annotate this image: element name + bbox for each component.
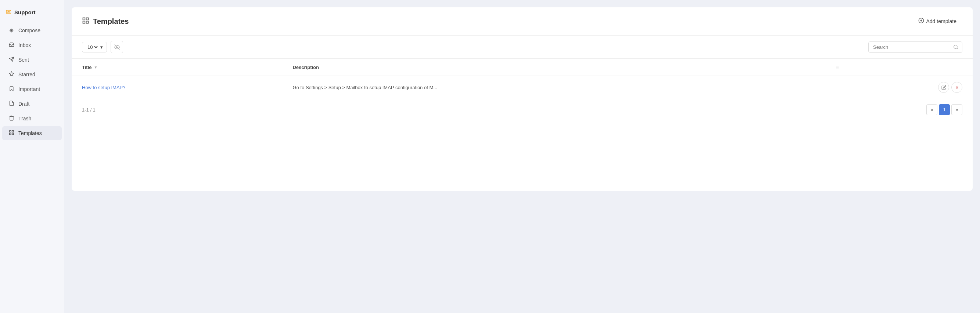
draft-icon [8, 101, 15, 107]
sidebar-item-label: Compose [18, 27, 40, 33]
search-input[interactable] [869, 42, 950, 52]
sidebar-item-draft[interactable]: Draft [2, 97, 62, 111]
sidebar-item-label: Sent [18, 57, 29, 63]
toolbar-left: 10 25 50 ▾ [82, 41, 123, 53]
page-title-row: Templates [82, 17, 129, 26]
page-title: Templates [93, 17, 129, 26]
page-1-button[interactable]: 1 [939, 104, 950, 115]
bookmark-icon [8, 86, 15, 92]
svg-point-15 [954, 45, 957, 49]
svg-marker-2 [9, 71, 14, 76]
cell-description: Go to Settings > Setup > Mailbox to setu… [282, 76, 825, 99]
column-header-title[interactable]: Title ▼ [72, 59, 282, 76]
column-header-actions: ≡ [825, 59, 973, 76]
sidebar-item-inbox[interactable]: Inbox [2, 38, 62, 52]
hide-columns-button[interactable] [111, 41, 123, 53]
templates-icon [8, 130, 15, 136]
page-title-icon [82, 17, 89, 26]
templates-table: Title ▼ Description ≡ How to setup IMAP [72, 59, 973, 99]
sidebar-item-label: Starred [18, 71, 35, 77]
brand-label: Support [14, 9, 36, 16]
sort-arrow-icon: ▼ [94, 65, 98, 70]
pagination-info: 1-1 / 1 [82, 107, 95, 113]
sidebar-item-trash[interactable]: Trash [2, 112, 62, 125]
svg-rect-7 [83, 17, 85, 20]
sidebar-item-sent[interactable]: Sent [2, 53, 62, 67]
add-template-label: Add template [926, 18, 957, 24]
svg-line-16 [957, 48, 958, 49]
column-header-description: Description [282, 59, 825, 76]
svg-rect-4 [12, 131, 13, 132]
delete-button[interactable] [951, 82, 963, 93]
sidebar-item-compose[interactable]: ⊕ Compose [2, 24, 62, 38]
compose-icon: ⊕ [8, 27, 15, 34]
svg-rect-6 [9, 133, 11, 135]
add-template-button[interactable]: Add template [912, 15, 963, 28]
sidebar-item-starred[interactable]: Starred [2, 68, 62, 81]
last-page-button[interactable]: » [951, 104, 963, 115]
sidebar-item-label: Draft [18, 101, 29, 107]
inbox-icon [8, 42, 15, 49]
description-column-label: Description [293, 65, 319, 70]
row-actions [835, 82, 963, 93]
sidebar-item-label: Templates [18, 130, 42, 136]
pagination-row: 1-1 / 1 « 1 » [72, 99, 973, 120]
toolbar: 10 25 50 ▾ [72, 36, 973, 59]
sidebar-item-templates[interactable]: Templates [2, 126, 62, 140]
first-page-button[interactable]: « [926, 104, 937, 115]
sidebar-item-label: Inbox [18, 42, 31, 48]
sidebar: ✉ Support ⊕ Compose Inbox Sent Starred [0, 0, 64, 313]
svg-rect-3 [9, 131, 11, 132]
search-box [868, 41, 963, 53]
content-card: Templates Add template 10 25 50 ▾ [72, 7, 973, 191]
sidebar-brand[interactable]: ✉ Support [0, 5, 64, 24]
brand-icon: ✉ [6, 8, 11, 16]
sent-icon [8, 57, 15, 63]
svg-rect-5 [12, 133, 13, 135]
svg-rect-8 [86, 17, 89, 20]
svg-rect-9 [86, 21, 89, 23]
template-title-link[interactable]: How to setup IMAP? [82, 85, 126, 90]
svg-rect-10 [83, 21, 85, 23]
table-row: How to setup IMAP? Go to Settings > Setu… [72, 76, 973, 99]
sidebar-item-label: Trash [18, 115, 31, 122]
page-header: Templates Add template [72, 7, 973, 36]
cell-actions [825, 76, 973, 99]
cell-title: How to setup IMAP? [72, 76, 282, 99]
sidebar-item-label: Important [18, 86, 40, 92]
sidebar-item-important[interactable]: Important [2, 82, 62, 96]
column-menu-icon[interactable]: ≡ [835, 64, 839, 70]
star-icon [8, 71, 15, 78]
sidebar-nav: ⊕ Compose Inbox Sent Starred Impor [0, 24, 64, 140]
main-content: Templates Add template 10 25 50 ▾ [64, 0, 980, 313]
add-template-icon [918, 17, 924, 25]
pagination-controls: « 1 » [926, 104, 963, 115]
title-column-label: Title [82, 65, 92, 70]
search-button[interactable] [950, 42, 962, 52]
per-page-selector[interactable]: 10 25 50 ▾ [82, 42, 107, 52]
trash-icon [8, 115, 15, 122]
per-page-dropdown[interactable]: 10 25 50 [86, 44, 99, 50]
edit-button[interactable] [938, 82, 949, 93]
chevron-down-icon: ▾ [100, 44, 103, 50]
